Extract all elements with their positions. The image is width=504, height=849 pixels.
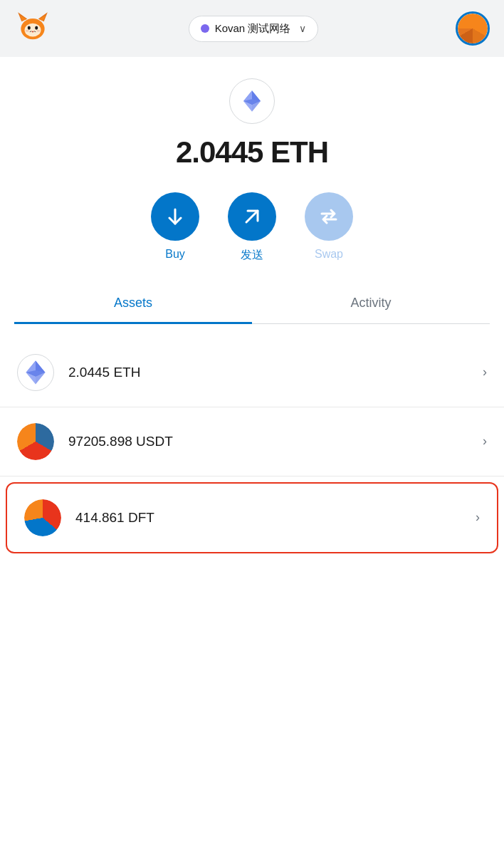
asset-item-dft[interactable]: 414.861 DFT › — [6, 482, 498, 553]
chevron-down-icon: ∨ — [299, 23, 306, 34]
tabs: Assets Activity — [14, 284, 490, 324]
svg-point-11 — [26, 30, 29, 32]
wallet-section: 2.0445 ETH Buy 发送 — [0, 57, 504, 338]
asset-item-usdt[interactable]: 97205.898 USDT › — [0, 407, 504, 476]
main-content: 2.0445 ETH Buy 发送 — [0, 57, 504, 849]
eth-logo-wrapper — [229, 78, 275, 124]
tab-activity[interactable]: Activity — [252, 284, 490, 323]
svg-point-6 — [28, 26, 31, 29]
send-circle — [228, 192, 276, 241]
usdt-balance: 97205.898 USDT — [68, 434, 483, 449]
usdt-chevron-icon: › — [483, 434, 487, 449]
assets-list: 2.0445 ETH › 97205.898 USDT › 414.861 DF… — [0, 338, 504, 553]
network-name: Kovan 测试网络 — [215, 22, 291, 36]
eth-asset-icon — [17, 354, 54, 391]
eth-chevron-icon: › — [483, 365, 487, 380]
dft-asset-icon — [24, 499, 61, 536]
svg-point-7 — [35, 26, 38, 29]
buy-label: Buy — [165, 248, 185, 261]
swap-button[interactable]: Swap — [305, 192, 353, 263]
eth-logo-icon — [241, 90, 263, 113]
usdt-token-icon — [17, 423, 54, 460]
eth-small-icon — [25, 360, 46, 385]
action-buttons: Buy 发送 Swap — [151, 192, 353, 263]
buy-circle — [151, 192, 199, 241]
dft-chevron-icon: › — [476, 510, 480, 525]
wallet-balance: 2.0445 ETH — [176, 135, 328, 170]
svg-line-19 — [246, 211, 258, 222]
buy-button[interactable]: Buy — [151, 192, 199, 263]
avatar[interactable] — [456, 11, 490, 46]
usdt-asset-icon — [17, 423, 54, 460]
network-dot — [201, 24, 209, 33]
send-button[interactable]: 发送 — [228, 192, 276, 263]
svg-point-12 — [36, 30, 40, 32]
avatar-image — [458, 14, 488, 43]
network-selector[interactable]: Kovan 测试网络 ∨ — [189, 16, 319, 42]
send-label: 发送 — [241, 248, 263, 263]
tab-assets[interactable]: Assets — [14, 284, 252, 324]
eth-balance: 2.0445 ETH — [68, 365, 483, 380]
dft-token-icon — [24, 499, 61, 536]
dft-balance: 414.861 DFT — [75, 510, 476, 526]
swap-label: Swap — [315, 248, 343, 261]
swap-circle — [305, 192, 353, 241]
asset-item-eth[interactable]: 2.0445 ETH › — [0, 338, 504, 407]
header: Kovan 测试网络 ∨ — [0, 0, 504, 57]
metamask-logo[interactable] — [14, 9, 51, 48]
